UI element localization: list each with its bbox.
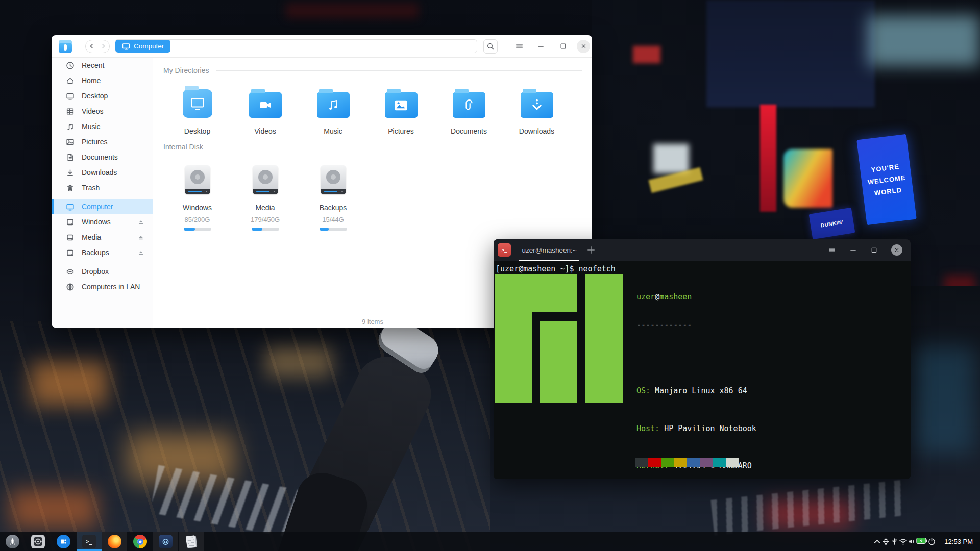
palette-swatch (687, 458, 700, 467)
sidebar-item[interactable]: Computer (52, 199, 153, 214)
breadcrumb-label: Computer (134, 42, 164, 50)
address-bar[interactable]: Computer (115, 39, 477, 53)
dock-app[interactable] (153, 532, 178, 551)
folder-pictures-icon (385, 86, 418, 118)
terminal-minimize-button[interactable] (849, 246, 857, 254)
directory-item[interactable]: Documents (435, 86, 503, 135)
eject-icon[interactable] (137, 218, 144, 226)
dock-app[interactable] (0, 532, 25, 551)
sidebar-item[interactable]: Desktop (52, 88, 153, 104)
sidebar-item[interactable]: Windows (52, 214, 153, 230)
billboard-glow (868, 15, 980, 66)
terminal-output[interactable]: [uzer@masheen ~]$ neofetch uzer@masheen … (494, 261, 911, 479)
palette-swatch (713, 458, 726, 467)
sidebar-item[interactable]: Videos (52, 104, 153, 119)
folder-documents-icon (453, 86, 485, 118)
directory-label: Pictures (388, 127, 414, 135)
sidebar-item[interactable]: Media (52, 230, 153, 245)
dock-app[interactable] (179, 532, 204, 551)
tray-icons (873, 537, 936, 546)
sidebar-item[interactable]: Documents (52, 149, 153, 165)
red-sign (760, 105, 776, 212)
dock-app[interactable] (102, 532, 127, 551)
terminal-maximize-button[interactable] (870, 246, 878, 254)
terminal-tab[interactable]: uzer@masheen:~ (519, 239, 579, 261)
power-icon[interactable] (927, 537, 936, 546)
music-icon (66, 122, 75, 131)
file-manager-icon (159, 535, 173, 548)
folder-videos-icon (249, 86, 282, 118)
file-manager-titlebar[interactable]: Computer (52, 35, 592, 58)
terminal-titlebar[interactable]: >_ uzer@masheen:~ (494, 239, 911, 261)
navigation-buttons (85, 40, 110, 53)
directory-item[interactable]: Videos (231, 86, 299, 135)
sidebar-item[interactable]: Recent (52, 58, 153, 73)
drive-label: Media (255, 204, 275, 212)
drive-item[interactable]: Media 179/450G (231, 163, 299, 231)
directory-item[interactable]: Desktop (163, 86, 231, 135)
terminal-close-button[interactable] (891, 244, 902, 256)
document-icon (66, 153, 75, 162)
sidebar-item[interactable]: Music (52, 119, 153, 134)
sidebar-item[interactable]: Dropbox (52, 264, 153, 279)
directory-item[interactable]: Downloads (503, 86, 571, 135)
terminal-app-icon: >_ (498, 243, 511, 257)
sidebar-item[interactable]: Pictures (52, 134, 153, 149)
text-editor-icon (184, 535, 198, 548)
hdd-icon (253, 163, 278, 194)
neofetch-divider: ------------ (636, 320, 821, 330)
sidebar-item-label: Pictures (82, 138, 108, 146)
battery-charging-icon[interactable] (916, 537, 927, 546)
section-header: My Directories (163, 66, 582, 75)
dock: >_ (0, 532, 204, 551)
dock-app[interactable]: >_ (77, 532, 102, 551)
terminal-menu-button[interactable] (828, 246, 836, 254)
taskbar-clock[interactable]: 12:53 PM (944, 538, 973, 545)
menu-button[interactable] (515, 42, 524, 51)
manjaro-logo (495, 274, 532, 403)
sidebar-item[interactable]: Trash (52, 180, 153, 195)
desktop-mini-icon (66, 92, 75, 101)
eject-icon[interactable] (137, 249, 144, 256)
sidebar-item[interactable]: Computers in LAN (52, 279, 153, 294)
dock-app[interactable] (51, 532, 76, 551)
close-button[interactable] (577, 40, 590, 53)
search-button[interactable] (483, 39, 498, 54)
sidebar-item[interactable]: Backups (52, 245, 153, 260)
dropbox-tray-icon[interactable] (881, 537, 890, 546)
section-divider (216, 70, 582, 71)
new-tab-button[interactable] (586, 245, 596, 255)
file-manager-app-icon (59, 40, 72, 53)
control-center-icon (31, 535, 45, 548)
street-light-glow (10, 490, 97, 528)
sidebar-item-label: Windows (82, 218, 111, 226)
hdd-icon (185, 163, 210, 194)
breadcrumb-computer[interactable]: Computer (115, 40, 170, 53)
drive-item[interactable]: Backups 15/44G (299, 163, 367, 231)
back-button[interactable] (86, 42, 97, 50)
terminal-tab-title: uzer@masheen:~ (522, 246, 576, 254)
terminal-color-palette (635, 458, 739, 467)
drive-item[interactable]: Windows 85/200G (163, 163, 231, 231)
wifi-icon[interactable] (899, 537, 908, 546)
chevron-up-icon[interactable] (873, 537, 881, 546)
minimize-button[interactable] (535, 41, 546, 52)
volume-icon[interactable] (908, 537, 916, 546)
sidebar-item[interactable]: Home (52, 73, 153, 88)
sidebar-item-label: Computer (82, 203, 113, 211)
monitor-icon (66, 203, 75, 211)
usb-icon[interactable] (890, 537, 899, 546)
forward-button[interactable] (97, 42, 109, 50)
directory-item[interactable]: Music (299, 86, 367, 135)
maximize-button[interactable] (557, 41, 569, 52)
eject-icon[interactable] (137, 234, 144, 241)
dock-app[interactable] (26, 532, 51, 551)
sidebar-separator (52, 197, 153, 197)
sidebar-item-label: Media (82, 233, 101, 241)
drive-usage-bar (320, 228, 347, 231)
directory-item[interactable]: Pictures (367, 86, 435, 135)
section-title: My Directories (163, 66, 209, 74)
sidebar-item[interactable]: Downloads (52, 165, 153, 180)
system-tray: 12:53 PM (873, 537, 980, 546)
dock-app[interactable] (128, 532, 153, 551)
